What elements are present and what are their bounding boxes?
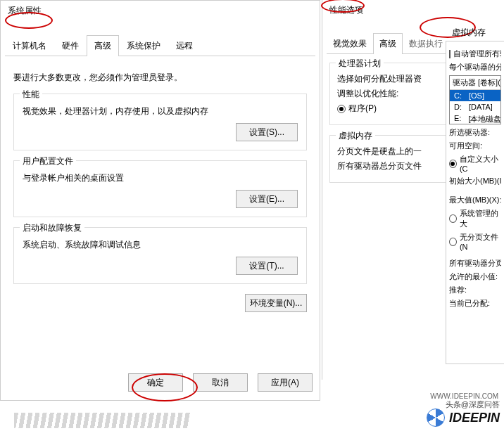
- user-profile-group: 用户配置文件 与登录帐户相关的桌面设置 设置(E)...: [13, 160, 307, 217]
- per-drive-label: 每个驱动器的分页: [449, 62, 501, 72]
- user-profile-desc: 与登录帐户相关的桌面设置: [23, 172, 298, 184]
- apply-button[interactable]: 应用(A): [258, 373, 313, 392]
- annotation-scribble: [14, 413, 190, 428]
- watermark-url: WWW.IDEEPIN.COM: [430, 392, 498, 400]
- env-vars-button[interactable]: 环境变量(N)...: [245, 294, 307, 312]
- performance-settings-button[interactable]: 设置(S)...: [236, 123, 298, 141]
- dialog-title: 系统属性: [1, 1, 320, 21]
- cancel-button[interactable]: 取消: [193, 373, 248, 392]
- system-properties-dialog: 系统属性 计算机名 硬件 高级 系统保护 远程 要进行大多数更改，您必须作为管理…: [0, 0, 320, 401]
- performance-group: 性能 视觉效果，处理器计划，内存使用，以及虚拟内存 设置(S)...: [13, 94, 307, 150]
- tab-hardware[interactable]: 硬件: [54, 35, 87, 56]
- tab-visual-effects[interactable]: 视觉效果: [327, 33, 373, 54]
- virtual-memory-dialog: 自动管理所有驱 每个驱动器的分页 驱动器 [卷标](D C:[OS] D:[DA…: [446, 41, 504, 364]
- auto-manage-label: 自动管理所有驱: [453, 49, 501, 59]
- cur-label: 当前已分配:: [449, 298, 501, 309]
- drive-list[interactable]: 驱动器 [卷标](D C:[OS] D:[DATA] E:[本地磁盘: [449, 75, 501, 124]
- drive-list-header: 驱动器 [卷标](D: [450, 76, 500, 90]
- startup-settings-button[interactable]: 设置(T)...: [236, 257, 298, 275]
- watermark: IDEEPIN: [427, 409, 500, 427]
- radio-custom-size[interactable]: 自定义大小(C: [449, 154, 501, 173]
- ok-button[interactable]: 确定: [128, 373, 183, 392]
- proc-title: 处理器计划: [336, 58, 384, 70]
- drive-row-d[interactable]: D:[DATA]: [450, 101, 500, 112]
- rec-label: 推荐:: [449, 285, 501, 295]
- performance-desc: 视觉效果，处理器计划，内存使用，以及虚拟内存: [23, 105, 298, 117]
- min-label: 允许的最小值:: [449, 271, 501, 282]
- startup-recovery-group: 启动和故障恢复 系统启动、系统故障和调试信息 设置(T)...: [13, 227, 307, 284]
- tab-dep[interactable]: 数据执行: [403, 33, 449, 54]
- dialog-footer: 确定 取消 应用(A): [128, 373, 313, 392]
- ideepin-logo-icon: [427, 409, 445, 427]
- perf-dialog-title: 性能选项: [322, 0, 504, 20]
- max-size-label: 最大值(MB)(X):: [449, 195, 501, 205]
- performance-title: 性能: [20, 89, 42, 101]
- startup-title: 启动和故障恢复: [20, 222, 84, 234]
- watermark-brand: IDEEPIN: [449, 411, 500, 425]
- tab-advanced[interactable]: 高级: [87, 35, 119, 56]
- advanced-tab-content: 要进行大多数更改，您必须作为管理员登录。 性能 视觉效果，处理器计划，内存使用，…: [1, 56, 320, 318]
- tab-computer-name[interactable]: 计算机名: [5, 35, 54, 56]
- selected-drive-label: 所选驱动器:: [449, 127, 501, 138]
- tab-system-protection[interactable]: 系统保护: [119, 35, 168, 56]
- user-profile-settings-button[interactable]: 设置(E)...: [236, 190, 298, 208]
- all-drives-label: 所有驱动器分页文: [449, 258, 501, 269]
- admin-note: 要进行大多数更改，您必须作为管理员登录。: [13, 72, 307, 84]
- tab-virtual-memory[interactable]: 虚拟内存: [448, 24, 490, 41]
- radio-no-paging[interactable]: 无分页文件(N: [449, 232, 501, 251]
- checkbox-icon: [449, 50, 451, 58]
- vm-title: 虚拟内存: [336, 130, 375, 142]
- radio-icon: [337, 105, 346, 113]
- auto-manage-checkbox[interactable]: 自动管理所有驱: [449, 49, 501, 59]
- tab-remote[interactable]: 远程: [168, 35, 201, 56]
- radio-system-managed[interactable]: 系统管理的大: [449, 208, 501, 229]
- drive-row-e[interactable]: E:[本地磁盘: [450, 112, 500, 124]
- sysprop-tabs: 计算机名 硬件 高级 系统保护 远程: [5, 35, 315, 56]
- radio-icon: [449, 238, 457, 246]
- user-profile-title: 用户配置文件: [20, 155, 76, 167]
- radio-icon: [449, 214, 457, 223]
- radio-programs-label: 程序(P): [348, 103, 377, 115]
- drive-row-c[interactable]: C:[OS]: [450, 90, 500, 101]
- startup-desc: 系统启动、系统故障和调试信息: [23, 239, 298, 251]
- avail-space-label: 可用空间:: [449, 141, 501, 151]
- radio-icon: [449, 160, 457, 168]
- initial-size-label: 初始大小(MB)(I): [449, 176, 501, 186]
- tab-perf-advanced[interactable]: 高级: [373, 33, 403, 54]
